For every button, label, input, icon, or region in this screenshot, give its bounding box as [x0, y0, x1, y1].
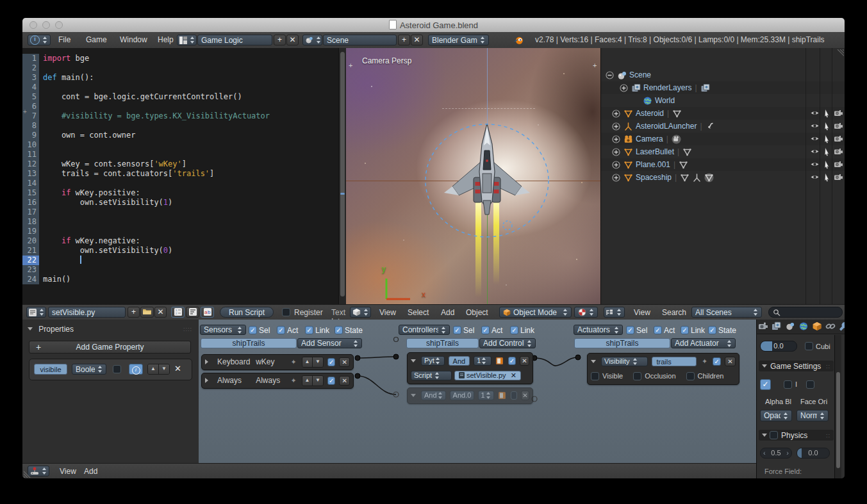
toggle-renderability-icon[interactable] — [834, 147, 843, 156]
outliner-search-input[interactable] — [768, 307, 843, 318]
property-info-toggle[interactable]: i — [129, 364, 143, 375]
delete-sensor-button[interactable]: ✕ — [339, 357, 350, 367]
sensors-filter-dropdown[interactable]: Sensors — [200, 325, 246, 335]
editor-type-dropdown-text[interactable] — [26, 307, 46, 318]
actuators-link-checkbox[interactable] — [681, 326, 689, 334]
toggle-syntax-highlight-button[interactable]: ab — [201, 307, 214, 318]
actuator-type-dropdown[interactable]: Visibility — [601, 357, 648, 366]
toggle-line-numbers-button[interactable]: 12 — [171, 307, 185, 318]
physics-panel-header[interactable]: Physics :: — [759, 430, 834, 441]
outliner-row-laserbullet[interactable]: LaserBullet| — [601, 145, 845, 158]
invisible-checkbox[interactable] — [784, 380, 792, 389]
menu-game[interactable]: Game — [86, 35, 107, 44]
new-text-button[interactable]: + — [128, 307, 140, 318]
controller-name-field[interactable]: And — [449, 356, 470, 366]
mark-controller-icon[interactable] — [495, 357, 504, 365]
viewport-shading-dropdown[interactable] — [574, 307, 598, 318]
render-tab-icon[interactable] — [758, 321, 768, 331]
region-expand-plus-icon[interactable]: + — [593, 62, 599, 69]
sensors-link-checkbox[interactable] — [305, 326, 313, 334]
menu-file[interactable]: File — [58, 35, 70, 44]
render-engine-dropdown[interactable]: Blender Game — [428, 35, 489, 45]
property-move-buttons[interactable]: ▲▼ — [147, 364, 170, 375]
face-orientation-dropdown[interactable]: Norm — [797, 410, 829, 421]
visible-checkbox[interactable] — [591, 372, 599, 380]
sensors-owner-name[interactable]: shipTrails — [201, 338, 297, 348]
scene-icon-button[interactable] — [302, 35, 322, 45]
collapse-icon[interactable] — [605, 70, 615, 80]
open-text-button[interactable] — [140, 307, 154, 318]
toggle-renderability-icon[interactable] — [834, 172, 843, 182]
controller-name-field[interactable]: And.0 — [450, 391, 474, 400]
pin-icon[interactable]: ✦ — [291, 377, 297, 385]
sensor-brick-keyboard[interactable]: Keyboard wKey ✦ ▲▼ ✕ — [201, 354, 354, 370]
toggle-word-wrap-button[interactable] — [186, 307, 199, 318]
clear-script-icon[interactable]: ✕ — [511, 371, 516, 380]
object-name-label[interactable]: Spaceship — [636, 173, 672, 182]
region-expand-plus-icon[interactable]: + — [349, 62, 355, 69]
outliner-row-asteroid[interactable]: Asteroid| — [601, 107, 845, 120]
toggle-visibility-icon[interactable] — [810, 172, 820, 182]
mode-dropdown[interactable]: Object Mode — [499, 307, 572, 318]
unlink-text-button[interactable]: ✕ — [154, 307, 167, 318]
move-sensor-buttons[interactable]: ▲▼ — [302, 375, 324, 386]
add-actuator-dropdown[interactable]: Add Actuator — [671, 338, 736, 348]
panel-drag-grip[interactable]: :::: — [183, 326, 192, 332]
text-datablock-field[interactable]: setVisible.py — [48, 307, 126, 318]
actuators-state-checkbox[interactable] — [708, 326, 716, 334]
cubic-checkbox[interactable] — [805, 342, 813, 350]
screen-layout-icon-button[interactable] — [177, 35, 197, 45]
object-name-label[interactable]: Camera — [636, 134, 663, 143]
expand-icon[interactable] — [611, 109, 621, 118]
toggle-selectability-icon[interactable] — [822, 121, 832, 131]
actuator-brick-visibility[interactable]: Visibility trails ✦ ✕ Visible Occlusion … — [587, 353, 739, 385]
collapse-icon[interactable] — [411, 394, 416, 397]
toggle-selectability-icon[interactable] — [822, 159, 832, 169]
controller-active-checkbox[interactable] — [508, 357, 516, 365]
toggle-selectability-icon[interactable] — [822, 108, 832, 118]
controller-type-dropdown[interactable]: Pyt — [421, 356, 445, 366]
properties-panel-header[interactable]: Properties :::: — [28, 325, 194, 334]
toggle-selectability-icon[interactable] — [822, 147, 832, 156]
expand-icon[interactable] — [619, 83, 629, 93]
scene-tab-icon[interactable] — [785, 321, 795, 331]
actuator-name-field[interactable]: trails — [652, 357, 697, 366]
object-name-label[interactable]: RenderLayers — [643, 83, 691, 92]
object-name-label[interactable]: AsteroidLAuncher — [636, 122, 697, 131]
toggle-visibility-icon[interactable] — [810, 159, 820, 169]
sensor-active-checkbox[interactable] — [327, 377, 336, 385]
editor-type-dropdown-outliner[interactable] — [604, 307, 625, 318]
expand-icon[interactable] — [611, 147, 621, 157]
outliner-display-dropdown[interactable]: All Scenes — [691, 307, 762, 318]
delete-scene-button[interactable]: ✕ — [411, 35, 423, 45]
register-checkbox[interactable] — [282, 308, 290, 316]
outliner-search-menu[interactable]: Search — [662, 308, 686, 317]
outliner-row-plane.001[interactable]: Plane.001| — [601, 158, 845, 171]
delete-controller-button[interactable]: ✕ — [521, 391, 529, 400]
controller-state-field[interactable]: 1 — [474, 356, 491, 366]
outliner[interactable]: SceneRenderLayers|WorldAsteroid|Asteroid… — [600, 48, 845, 304]
controllers-act-checkbox[interactable] — [481, 326, 490, 334]
sensors-state-checkbox[interactable] — [334, 326, 343, 334]
mark-controller-icon[interactable] — [498, 391, 507, 400]
backface-culling-checkbox[interactable] — [760, 379, 771, 390]
property-name-field[interactable]: visibile — [34, 364, 67, 375]
menu-window[interactable]: Window — [120, 35, 147, 44]
logic-view-menu[interactable]: View — [60, 467, 76, 476]
controller-state-field[interactable]: 1 — [478, 391, 494, 400]
physics-number-field[interactable]: ‹ 0.5 › — [760, 448, 792, 459]
toggle-renderability-icon[interactable] — [834, 134, 843, 143]
add-menu[interactable]: Add — [441, 308, 454, 317]
3d-viewport[interactable]: Camera Persp (1) shipTrails y x + + — [346, 48, 600, 304]
delete-layout-button[interactable]: ✕ — [286, 35, 299, 45]
object-name-label[interactable]: Plane.001 — [636, 160, 670, 169]
expand-icon[interactable] — [611, 122, 621, 131]
controllers-link-checkbox[interactable] — [510, 326, 518, 334]
text-checkbox[interactable] — [806, 380, 814, 389]
alpha-blend-dropdown[interactable]: Opaq — [760, 410, 792, 421]
property-value-checkbox[interactable] — [113, 365, 121, 373]
sensor-name-label[interactable]: wKey — [256, 357, 290, 366]
logic-editor-canvas[interactable]: Sensors Sel Act Link State shipTrails Ad… — [199, 320, 756, 463]
controller-brick-python[interactable]: Pyt And 1 ✕ Script setVisible.py ✕ — [407, 352, 533, 384]
outliner-row-scene[interactable]: Scene — [601, 69, 845, 81]
